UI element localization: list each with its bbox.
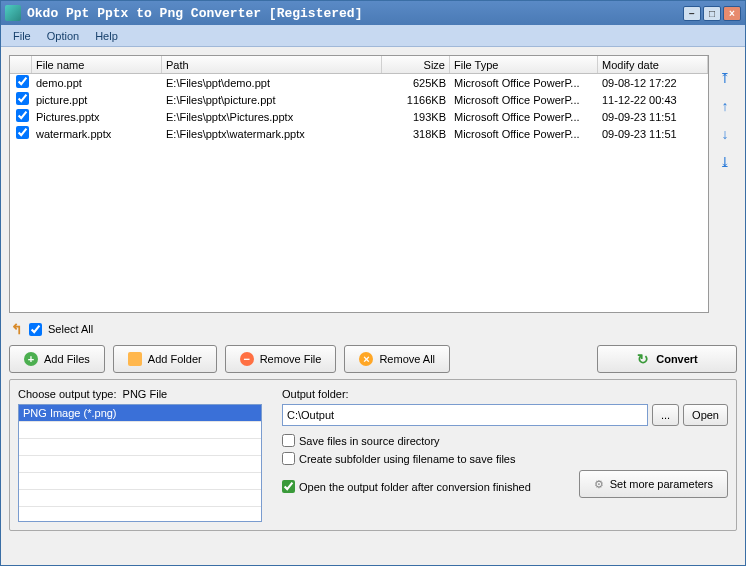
cell-size: 1166KB xyxy=(382,93,450,107)
close-button[interactable]: × xyxy=(723,6,741,21)
menu-file[interactable]: File xyxy=(5,27,39,45)
output-type-label: Choose output type: xyxy=(18,388,116,400)
create-subfolder-label: Create subfolder using filename to save … xyxy=(299,453,515,465)
output-folder-input[interactable] xyxy=(282,404,648,426)
cell-name: Pictures.pptx xyxy=(32,110,162,124)
move-top-icon[interactable]: ⤒ xyxy=(716,69,734,87)
cell-name: demo.ppt xyxy=(32,76,162,90)
save-in-source-checkbox[interactable] xyxy=(282,434,295,447)
save-in-source-label: Save files in source directory xyxy=(299,435,440,447)
col-header-date[interactable]: Modify date xyxy=(598,56,708,73)
output-type-current: PNG File xyxy=(123,388,168,400)
cell-path: E:\Files\pptx\watermark.pptx xyxy=(162,127,382,141)
file-list[interactable]: File name Path Size File Type Modify dat… xyxy=(9,55,709,313)
convert-icon: ↻ xyxy=(636,352,650,366)
table-row[interactable]: picture.pptE:\Files\ppt\picture.ppt1166K… xyxy=(10,91,708,108)
cell-type: Microsoft Office PowerP... xyxy=(450,127,598,141)
col-header-name[interactable]: File name xyxy=(32,56,162,73)
minimize-button[interactable]: − xyxy=(683,6,701,21)
cell-size: 318KB xyxy=(382,127,450,141)
remove-all-button[interactable]: × Remove All xyxy=(344,345,450,373)
plus-icon: + xyxy=(24,352,38,366)
move-bottom-icon[interactable]: ⤓ xyxy=(716,153,734,171)
remove-file-label: Remove File xyxy=(260,353,322,365)
window-title: Okdo Ppt Pptx to Png Converter [Register… xyxy=(27,6,683,21)
menu-help[interactable]: Help xyxy=(87,27,126,45)
create-subfolder-checkbox[interactable] xyxy=(282,452,295,465)
col-header-path[interactable]: Path xyxy=(162,56,382,73)
table-row[interactable]: watermark.pptxE:\Files\pptx\watermark.pp… xyxy=(10,125,708,142)
remove-all-label: Remove All xyxy=(379,353,435,365)
table-row[interactable]: demo.pptE:\Files\ppt\demo.ppt625KBMicros… xyxy=(10,74,708,91)
cell-type: Microsoft Office PowerP... xyxy=(450,110,598,124)
open-after-checkbox[interactable] xyxy=(282,480,295,493)
gear-icon: ⚙ xyxy=(594,478,604,491)
select-all-checkbox[interactable] xyxy=(29,323,42,336)
open-folder-button[interactable]: Open xyxy=(683,404,728,426)
menubar: File Option Help xyxy=(1,25,745,47)
col-header-size[interactable]: Size xyxy=(382,56,450,73)
output-type-option[interactable]: PNG Image (*.png) xyxy=(19,405,261,422)
cell-size: 193KB xyxy=(382,110,450,124)
titlebar: Okdo Ppt Pptx to Png Converter [Register… xyxy=(1,1,745,25)
open-after-label: Open the output folder after conversion … xyxy=(299,481,531,493)
remove-file-button[interactable]: − Remove File xyxy=(225,345,337,373)
cell-date: 09-09-23 11:51 xyxy=(598,110,708,124)
cell-name: watermark.pptx xyxy=(32,127,162,141)
move-up-icon[interactable]: ↑ xyxy=(716,97,734,115)
convert-button[interactable]: ↻ Convert xyxy=(597,345,737,373)
add-folder-button[interactable]: Add Folder xyxy=(113,345,217,373)
row-checkbox[interactable] xyxy=(16,75,29,88)
convert-label: Convert xyxy=(656,353,698,365)
cell-path: E:\Files\ppt\picture.ppt xyxy=(162,93,382,107)
table-row[interactable]: Pictures.pptxE:\Files\pptx\Pictures.pptx… xyxy=(10,108,708,125)
cell-type: Microsoft Office PowerP... xyxy=(450,93,598,107)
output-folder-label: Output folder: xyxy=(282,388,728,400)
row-checkbox[interactable] xyxy=(16,126,29,139)
add-files-button[interactable]: + Add Files xyxy=(9,345,105,373)
add-folder-label: Add Folder xyxy=(148,353,202,365)
cell-path: E:\Files\ppt\demo.ppt xyxy=(162,76,382,90)
col-header-type[interactable]: File Type xyxy=(450,56,598,73)
app-window: Okdo Ppt Pptx to Png Converter [Register… xyxy=(0,0,746,566)
output-type-list[interactable]: PNG Image (*.png) xyxy=(18,404,262,522)
file-list-header: File name Path Size File Type Modify dat… xyxy=(10,56,708,74)
add-files-label: Add Files xyxy=(44,353,90,365)
folder-icon xyxy=(128,352,142,366)
cell-date: 09-09-23 11:51 xyxy=(598,127,708,141)
cell-date: 11-12-22 00:43 xyxy=(598,93,708,107)
cell-type: Microsoft Office PowerP... xyxy=(450,76,598,90)
row-checkbox[interactable] xyxy=(16,109,29,122)
cell-date: 09-08-12 17:22 xyxy=(598,76,708,90)
more-parameters-button[interactable]: ⚙ Set more parameters xyxy=(579,470,728,498)
minus-icon: − xyxy=(240,352,254,366)
up-folder-icon[interactable]: ↰ xyxy=(11,321,23,337)
cell-size: 625KB xyxy=(382,76,450,90)
browse-button[interactable]: ... xyxy=(652,404,679,426)
more-parameters-label: Set more parameters xyxy=(610,478,713,490)
menu-option[interactable]: Option xyxy=(39,27,87,45)
cell-name: picture.ppt xyxy=(32,93,162,107)
cell-path: E:\Files\pptx\Pictures.pptx xyxy=(162,110,382,124)
maximize-button[interactable]: □ xyxy=(703,6,721,21)
app-icon xyxy=(5,5,21,21)
settings-panel: Choose output type: PNG File PNG Image (… xyxy=(9,379,737,531)
row-checkbox[interactable] xyxy=(16,92,29,105)
move-down-icon[interactable]: ↓ xyxy=(716,125,734,143)
select-all-label: Select All xyxy=(48,323,93,335)
x-icon: × xyxy=(359,352,373,366)
